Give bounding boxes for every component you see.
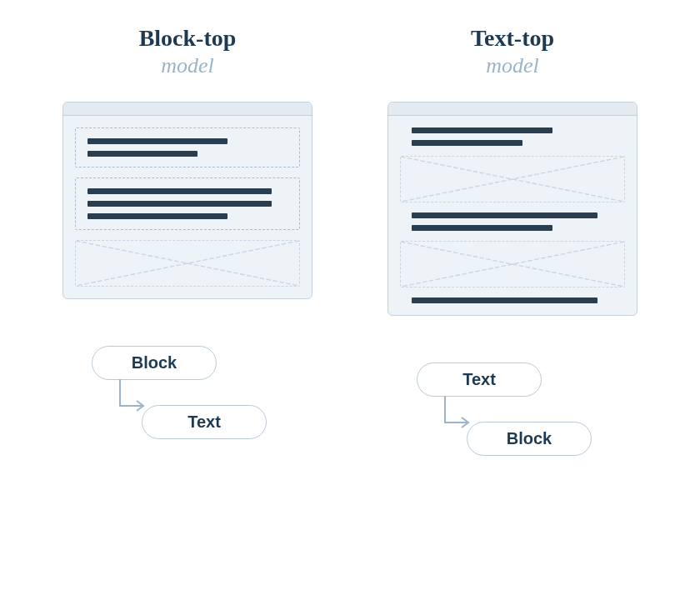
text-line: [412, 298, 598, 303]
hierarchy-child-pill: Text: [142, 405, 267, 439]
arrow-icon: [117, 379, 150, 421]
text-run: [400, 128, 625, 146]
block-top-title: Block-top: [139, 25, 237, 52]
hierarchy-child-pill: Block: [467, 422, 592, 456]
text-top-column: Text-top model: [388, 25, 638, 605]
window-titlebar: [388, 102, 637, 116]
empty-block-placeholder: [75, 240, 300, 287]
text-line: [412, 212, 598, 218]
hierarchy-parent-pill: Block: [92, 346, 217, 380]
text-line: [88, 188, 272, 194]
block-container: [75, 178, 300, 230]
block-top-window: [62, 102, 312, 299]
text-line: [88, 151, 198, 157]
text-line: [88, 201, 272, 207]
text-run: [400, 298, 625, 303]
window-titlebar: [63, 102, 312, 116]
text-top-window: [388, 102, 638, 316]
arrow-icon: [442, 396, 475, 438]
empty-block-placeholder: [400, 241, 625, 288]
text-top-title: Text-top: [471, 25, 554, 52]
block-top-column: Block-top model Block: [62, 25, 312, 605]
block-top-hierarchy: Block Text: [92, 346, 283, 439]
block-top-subtitle: model: [161, 53, 214, 78]
text-line: [412, 225, 552, 231]
text-top-subtitle: model: [486, 53, 539, 78]
text-line: [412, 128, 552, 133]
block-container: [75, 128, 300, 168]
text-run: [400, 212, 625, 231]
text-line: [88, 138, 228, 144]
text-line: [412, 140, 522, 146]
text-line: [88, 213, 228, 219]
window-body: [63, 116, 312, 298]
empty-block-placeholder: [400, 156, 625, 202]
window-body: [388, 116, 637, 315]
hierarchy-parent-pill: Text: [417, 362, 542, 397]
text-top-hierarchy: Text Block: [417, 362, 608, 456]
